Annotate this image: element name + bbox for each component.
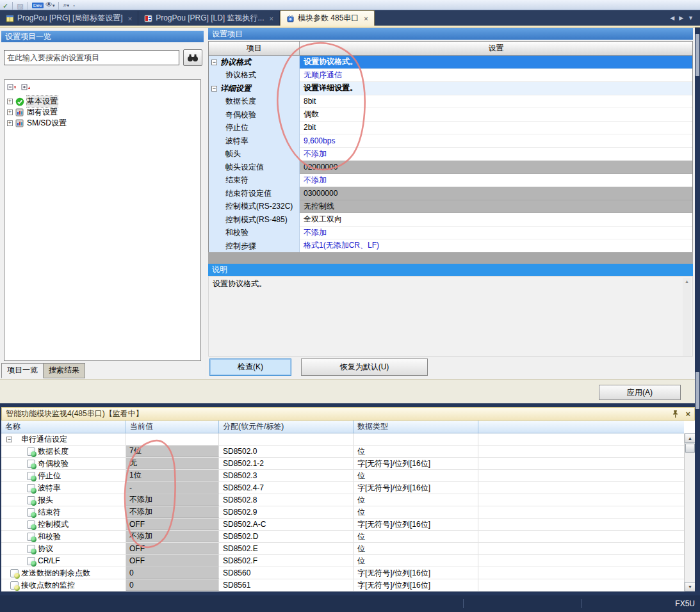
settings-row[interactable]: 结束符不添加 — [209, 174, 692, 188]
scroll-tabs-left-icon[interactable]: ◀ — [670, 15, 674, 21]
scroll-tabs-right-icon[interactable]: ▶ — [679, 15, 683, 21]
scrollbar-thumb[interactable] — [685, 444, 695, 453]
monitor-row[interactable]: 报头不添加SD8502.8位 — [1, 494, 684, 506]
setting-value-cell[interactable]: 8bit — [300, 95, 692, 109]
monitor-row[interactable]: 和校验不添加SD8502.D位 — [1, 531, 684, 543]
toolbar-overflow-icon[interactable]: ⹀ — [73, 2, 75, 10]
settings-row[interactable]: 控制模式(RS-485)全双工双向 — [209, 213, 692, 227]
tree-item-inherent-settings[interactable]: + 固有设置 — [4, 107, 200, 118]
close-icon[interactable]: × — [270, 15, 273, 22]
tab-item-list[interactable]: 项目一览 — [1, 363, 44, 378]
monitor-row[interactable]: 发送数据的剩余点数0SD8560字[无符号]/位列[16位] — [1, 567, 684, 579]
monitor-row[interactable]: 波特率-SD8502.4-7字[无符号]/位列[16位] — [1, 482, 684, 494]
setting-value-cell[interactable]: 不添加 — [300, 174, 692, 188]
setting-value-cell[interactable]: 设置详细设置。 — [300, 82, 692, 95]
apply-button[interactable]: 应用(A) — [599, 385, 681, 400]
setting-item-cell: 停止位 — [209, 122, 300, 135]
device-display-icon[interactable]: Dev 👁▾ — [32, 1, 55, 10]
setting-value-cell[interactable]: 无顺序通信 — [300, 69, 692, 83]
expand-icon[interactable]: + — [7, 109, 13, 115]
settings-row[interactable]: 帧头不添加 — [209, 148, 692, 161]
setting-value-cell[interactable]: 不添加 — [300, 148, 692, 161]
monitor-device-cell: SD8502.E — [219, 543, 354, 554]
monitor-scrollbar[interactable]: ▲ ▼ — [684, 433, 695, 592]
tab-progpou-local-labels[interactable]: ProgPou [PRG] [局部标签设置] × — [0, 11, 138, 26]
monitor-name-label: 控制模式 — [38, 519, 69, 530]
monitor-table-header: 名称 当前值 分配(软元件/标签) 数据类型 — [1, 421, 684, 433]
settings-row[interactable]: 协议格式无顺序通信 — [209, 69, 692, 83]
expand-icon[interactable]: + — [7, 120, 13, 126]
setting-item-label: 结束符 — [209, 175, 248, 186]
settings-row[interactable]: 奇偶校验偶数 — [209, 108, 692, 122]
collapse-icon[interactable]: − — [6, 437, 12, 442]
docked-tab-sliver[interactable] — [696, 34, 699, 76]
check-program-icon[interactable]: ✓ — [3, 2, 8, 10]
setting-value-cell[interactable]: 9,600bps — [300, 134, 692, 148]
monitor-name-cell: 奇偶校验 — [1, 458, 126, 469]
collapse-icon[interactable]: − — [211, 86, 217, 92]
expand-all-icon[interactable] — [21, 83, 32, 92]
description-scrollbar[interactable]: ▲ — [683, 278, 691, 356]
settings-row[interactable]: 数据长度8bit — [209, 95, 692, 109]
monitor-row[interactable]: −串行通信设定 — [1, 433, 684, 446]
search-button[interactable] — [183, 49, 202, 66]
docked-tab-sliver[interactable] — [696, 372, 699, 409]
search-input[interactable] — [4, 50, 179, 65]
settings-row[interactable]: −协议格式设置协议格式。 — [209, 56, 692, 69]
monitor-current-value-cell: 不添加 — [126, 506, 219, 518]
tree-item-smsd-settings[interactable]: + SM/SD设置 — [4, 118, 200, 129]
monitor-row[interactable]: 协议OFFSD8502.E位 — [1, 543, 684, 555]
monitor-row[interactable]: 数据长度7位SD8502.0位 — [1, 446, 684, 458]
tree-item-basic-settings[interactable]: + 基本设置 — [4, 96, 200, 107]
pin-icon[interactable] — [672, 410, 679, 418]
zoom-tool-icon[interactable]: ⌕▾ — [63, 1, 69, 10]
table-gap — [208, 252, 693, 264]
monitor-extra-cell — [478, 446, 684, 457]
collapse-all-icon[interactable] — [7, 83, 18, 92]
setting-value-cell[interactable]: 03000000 — [300, 187, 692, 200]
scroll-up-icon[interactable]: ▲ — [685, 433, 695, 443]
scroll-up-icon[interactable]: ▲ — [685, 278, 689, 286]
settings-row[interactable]: 控制步骤格式1(无添加CR、LF) — [209, 239, 692, 253]
settings-row[interactable]: −详细设置设置详细设置。 — [209, 82, 692, 95]
monitor-row[interactable]: CR/LFOFFSD8502.F位 — [1, 555, 684, 567]
setting-value-cell[interactable]: 全双工双向 — [300, 213, 692, 227]
settings-row[interactable]: 和校验不添加 — [209, 227, 692, 240]
tab-search-results[interactable]: 搜索结果 — [43, 363, 85, 378]
device-icon — [10, 581, 19, 590]
tab-progpou-ld-monitor[interactable]: ProgPou [PRG] [LD] 监视执行... × — [138, 11, 280, 26]
settings-row[interactable]: 控制模式(RS-232C)无控制线 — [209, 200, 692, 214]
scroll-down-icon[interactable]: ▼ — [685, 582, 695, 592]
setting-value-cell[interactable]: 02000000 — [300, 161, 692, 174]
column-header-empty — [478, 421, 684, 433]
settings-row[interactable]: 停止位2bit — [209, 122, 692, 135]
tab-module-parameter-485[interactable]: 模块参数 485串口 × — [280, 10, 375, 26]
close-icon[interactable]: × — [685, 410, 690, 418]
setting-value-cell[interactable]: 不添加 — [300, 227, 692, 240]
close-icon[interactable]: × — [364, 15, 368, 22]
settings-row[interactable]: 波特率9,600bps — [209, 134, 692, 148]
setting-value-cell[interactable]: 2bit — [300, 122, 692, 135]
monitor-row[interactable]: 接收点数的监控0SD8561字[无符号]/位列[16位] — [1, 579, 684, 592]
collapse-icon[interactable]: − — [211, 60, 217, 65]
monitor-extra-cell — [478, 531, 684, 542]
tab-list-dropdown-icon[interactable]: ▼ — [688, 15, 694, 21]
monitor-row[interactable]: 结束符不添加SD8502.9位 — [1, 506, 684, 519]
setting-item-label: 控制模式(RS-485) — [209, 214, 288, 225]
setting-item-label: 停止位 — [209, 122, 248, 133]
monitor-row[interactable]: 停止位1位SD8502.3位 — [1, 470, 684, 482]
setting-value-cell[interactable]: 设置协议格式。 — [300, 56, 692, 69]
check-button[interactable]: 检查(K) — [209, 358, 291, 376]
setting-value-cell[interactable]: 无控制线 — [300, 200, 692, 214]
monitor-row[interactable]: 控制模式OFFSD8502.A-C字[无符号]/位列[16位] — [1, 519, 684, 531]
monitor-row[interactable]: 奇偶校验无SD8502.1-2字[无符号]/位列[16位] — [1, 458, 684, 470]
settings-row[interactable]: 帧头设定值02000000 — [209, 161, 692, 174]
expand-icon[interactable]: + — [7, 99, 13, 104]
restore-default-button[interactable]: 恢复为默认(U) — [301, 358, 428, 376]
status-separator — [581, 599, 582, 608]
setting-value-cell[interactable]: 格式1(无添加CR、LF) — [300, 239, 692, 253]
monitor-device-cell: SD8502.9 — [219, 506, 354, 518]
close-icon[interactable]: × — [128, 15, 132, 22]
settings-row[interactable]: 结束符设定值03000000 — [209, 187, 692, 200]
setting-value-cell[interactable]: 偶数 — [300, 108, 692, 122]
